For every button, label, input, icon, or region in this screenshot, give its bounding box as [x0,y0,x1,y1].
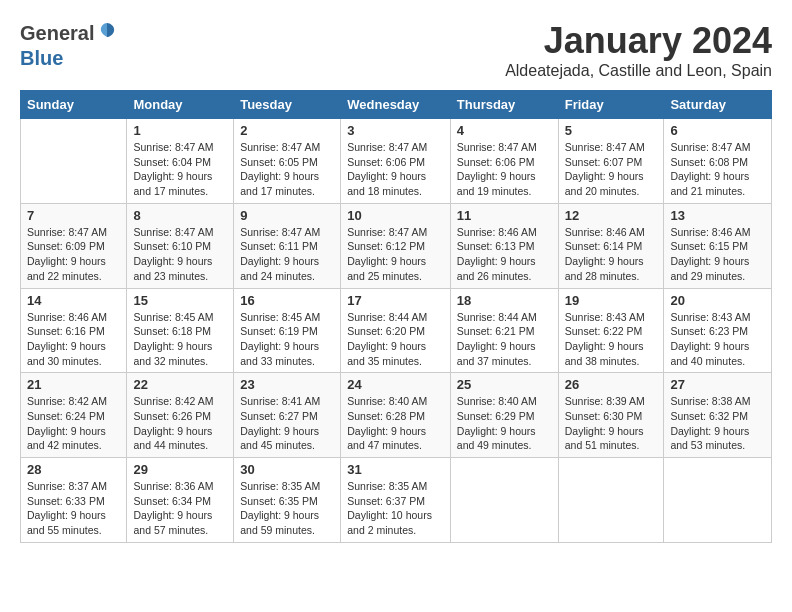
day-info: Sunrise: 8:40 AM Sunset: 6:28 PM Dayligh… [347,394,444,453]
day-number: 14 [27,293,120,308]
calendar-cell: 24Sunrise: 8:40 AM Sunset: 6:28 PM Dayli… [341,373,451,458]
day-info: Sunrise: 8:44 AM Sunset: 6:20 PM Dayligh… [347,310,444,369]
day-number: 7 [27,208,120,223]
logo-blue-text: Blue [20,47,63,69]
calendar-cell: 15Sunrise: 8:45 AM Sunset: 6:18 PM Dayli… [127,288,234,373]
header-friday: Friday [558,91,664,119]
calendar-cell [664,458,772,543]
calendar-cell: 30Sunrise: 8:35 AM Sunset: 6:35 PM Dayli… [234,458,341,543]
calendar-cell: 9Sunrise: 8:47 AM Sunset: 6:11 PM Daylig… [234,203,341,288]
header: General Blue January 2024 Aldeatejada, C… [20,20,772,80]
header-sunday: Sunday [21,91,127,119]
calendar-week-row: 1Sunrise: 8:47 AM Sunset: 6:04 PM Daylig… [21,119,772,204]
calendar-cell: 16Sunrise: 8:45 AM Sunset: 6:19 PM Dayli… [234,288,341,373]
calendar-cell [450,458,558,543]
day-number: 1 [133,123,227,138]
day-info: Sunrise: 8:41 AM Sunset: 6:27 PM Dayligh… [240,394,334,453]
logo: General Blue [20,20,118,70]
day-number: 4 [457,123,552,138]
day-number: 5 [565,123,658,138]
calendar-cell: 3Sunrise: 8:47 AM Sunset: 6:06 PM Daylig… [341,119,451,204]
day-info: Sunrise: 8:35 AM Sunset: 6:37 PM Dayligh… [347,479,444,538]
day-number: 30 [240,462,334,477]
day-info: Sunrise: 8:45 AM Sunset: 6:19 PM Dayligh… [240,310,334,369]
calendar-cell: 8Sunrise: 8:47 AM Sunset: 6:10 PM Daylig… [127,203,234,288]
calendar-cell: 4Sunrise: 8:47 AM Sunset: 6:06 PM Daylig… [450,119,558,204]
day-info: Sunrise: 8:47 AM Sunset: 6:12 PM Dayligh… [347,225,444,284]
day-number: 25 [457,377,552,392]
day-number: 28 [27,462,120,477]
day-info: Sunrise: 8:35 AM Sunset: 6:35 PM Dayligh… [240,479,334,538]
day-info: Sunrise: 8:46 AM Sunset: 6:16 PM Dayligh… [27,310,120,369]
location-title: Aldeatejada, Castille and Leon, Spain [505,62,772,80]
day-number: 2 [240,123,334,138]
day-number: 15 [133,293,227,308]
day-info: Sunrise: 8:47 AM Sunset: 6:07 PM Dayligh… [565,140,658,199]
calendar-cell: 29Sunrise: 8:36 AM Sunset: 6:34 PM Dayli… [127,458,234,543]
logo-general-text: General [20,22,94,45]
day-info: Sunrise: 8:42 AM Sunset: 6:26 PM Dayligh… [133,394,227,453]
logo-bird-icon [96,20,118,47]
calendar-cell: 23Sunrise: 8:41 AM Sunset: 6:27 PM Dayli… [234,373,341,458]
calendar-cell [558,458,664,543]
header-saturday: Saturday [664,91,772,119]
day-info: Sunrise: 8:47 AM Sunset: 6:09 PM Dayligh… [27,225,120,284]
header-thursday: Thursday [450,91,558,119]
day-info: Sunrise: 8:44 AM Sunset: 6:21 PM Dayligh… [457,310,552,369]
day-number: 31 [347,462,444,477]
calendar-cell: 1Sunrise: 8:47 AM Sunset: 6:04 PM Daylig… [127,119,234,204]
day-number: 8 [133,208,227,223]
calendar-cell: 2Sunrise: 8:47 AM Sunset: 6:05 PM Daylig… [234,119,341,204]
day-number: 21 [27,377,120,392]
calendar-cell: 22Sunrise: 8:42 AM Sunset: 6:26 PM Dayli… [127,373,234,458]
day-info: Sunrise: 8:42 AM Sunset: 6:24 PM Dayligh… [27,394,120,453]
day-info: Sunrise: 8:47 AM Sunset: 6:08 PM Dayligh… [670,140,765,199]
day-number: 22 [133,377,227,392]
day-info: Sunrise: 8:46 AM Sunset: 6:13 PM Dayligh… [457,225,552,284]
day-number: 12 [565,208,658,223]
day-info: Sunrise: 8:43 AM Sunset: 6:23 PM Dayligh… [670,310,765,369]
calendar-cell [21,119,127,204]
calendar-cell: 20Sunrise: 8:43 AM Sunset: 6:23 PM Dayli… [664,288,772,373]
calendar-cell: 27Sunrise: 8:38 AM Sunset: 6:32 PM Dayli… [664,373,772,458]
calendar-week-row: 14Sunrise: 8:46 AM Sunset: 6:16 PM Dayli… [21,288,772,373]
calendar-cell: 10Sunrise: 8:47 AM Sunset: 6:12 PM Dayli… [341,203,451,288]
day-number: 3 [347,123,444,138]
header-wednesday: Wednesday [341,91,451,119]
day-number: 6 [670,123,765,138]
calendar-table: Sunday Monday Tuesday Wednesday Thursday… [20,90,772,543]
day-number: 11 [457,208,552,223]
calendar-cell: 13Sunrise: 8:46 AM Sunset: 6:15 PM Dayli… [664,203,772,288]
header-monday: Monday [127,91,234,119]
day-info: Sunrise: 8:36 AM Sunset: 6:34 PM Dayligh… [133,479,227,538]
calendar-week-row: 28Sunrise: 8:37 AM Sunset: 6:33 PM Dayli… [21,458,772,543]
day-info: Sunrise: 8:47 AM Sunset: 6:06 PM Dayligh… [347,140,444,199]
day-info: Sunrise: 8:40 AM Sunset: 6:29 PM Dayligh… [457,394,552,453]
calendar-cell: 28Sunrise: 8:37 AM Sunset: 6:33 PM Dayli… [21,458,127,543]
day-number: 26 [565,377,658,392]
weekday-header-row: Sunday Monday Tuesday Wednesday Thursday… [21,91,772,119]
title-area: January 2024 Aldeatejada, Castille and L… [505,20,772,80]
day-number: 19 [565,293,658,308]
calendar-cell: 6Sunrise: 8:47 AM Sunset: 6:08 PM Daylig… [664,119,772,204]
day-number: 24 [347,377,444,392]
day-number: 18 [457,293,552,308]
day-info: Sunrise: 8:37 AM Sunset: 6:33 PM Dayligh… [27,479,120,538]
calendar-cell: 7Sunrise: 8:47 AM Sunset: 6:09 PM Daylig… [21,203,127,288]
day-number: 16 [240,293,334,308]
calendar-cell: 17Sunrise: 8:44 AM Sunset: 6:20 PM Dayli… [341,288,451,373]
calendar-week-row: 21Sunrise: 8:42 AM Sunset: 6:24 PM Dayli… [21,373,772,458]
day-info: Sunrise: 8:46 AM Sunset: 6:14 PM Dayligh… [565,225,658,284]
calendar-week-row: 7Sunrise: 8:47 AM Sunset: 6:09 PM Daylig… [21,203,772,288]
day-number: 29 [133,462,227,477]
day-number: 27 [670,377,765,392]
day-number: 13 [670,208,765,223]
calendar-cell: 12Sunrise: 8:46 AM Sunset: 6:14 PM Dayli… [558,203,664,288]
day-info: Sunrise: 8:47 AM Sunset: 6:04 PM Dayligh… [133,140,227,199]
day-info: Sunrise: 8:43 AM Sunset: 6:22 PM Dayligh… [565,310,658,369]
day-number: 23 [240,377,334,392]
day-info: Sunrise: 8:47 AM Sunset: 6:05 PM Dayligh… [240,140,334,199]
day-info: Sunrise: 8:45 AM Sunset: 6:18 PM Dayligh… [133,310,227,369]
calendar-cell: 25Sunrise: 8:40 AM Sunset: 6:29 PM Dayli… [450,373,558,458]
day-info: Sunrise: 8:38 AM Sunset: 6:32 PM Dayligh… [670,394,765,453]
